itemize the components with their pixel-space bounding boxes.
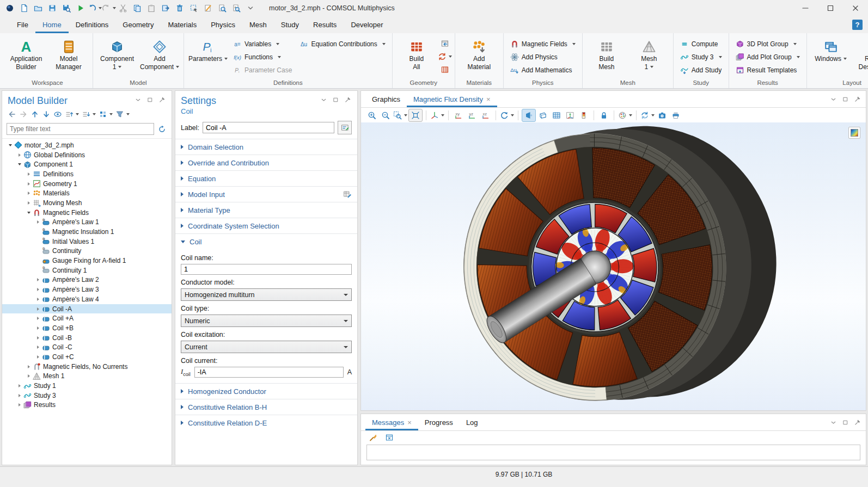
tree-item-coil--a[interactable]: Coil -A bbox=[2, 304, 172, 314]
select-coil-excitation-[interactable]: Current bbox=[181, 341, 352, 353]
messages-tab-progress[interactable]: Progress bbox=[418, 414, 460, 430]
qat-duplicate-button[interactable] bbox=[159, 2, 172, 15]
tree-item-magnetic-insulation-1[interactable]: DMagnetic Insulation 1 bbox=[2, 227, 172, 237]
settings-section-material-type[interactable]: Material Type bbox=[175, 202, 357, 218]
tree-item-results[interactable]: Results bbox=[2, 400, 172, 410]
tree-item-coil--b[interactable]: Coil -B bbox=[2, 333, 172, 343]
graphics-canvas[interactable] bbox=[361, 122, 866, 410]
color-legend-button[interactable] bbox=[577, 109, 590, 121]
view-yz-button[interactable]: yz bbox=[466, 109, 479, 121]
rename-button[interactable] bbox=[338, 121, 352, 134]
magnetic-fields-button[interactable]: Magnetic Fields bbox=[507, 38, 579, 51]
study-3-button[interactable]: Study 3 bbox=[677, 51, 725, 64]
plot-group-3d-button[interactable]: 3D Plot Group bbox=[732, 38, 803, 51]
mesh-1-dropdown-arrow[interactable] bbox=[650, 66, 653, 68]
menu-tab-physics[interactable]: Physics bbox=[204, 16, 242, 33]
menu-tab-geometry[interactable]: Geometry bbox=[115, 16, 161, 33]
windows-dropdown-arrow[interactable] bbox=[843, 58, 847, 60]
lock-button[interactable] bbox=[597, 109, 610, 121]
tree-item-global-definitions[interactable]: Global Definitions bbox=[2, 150, 172, 160]
zoom-box-dropdown-arrow[interactable] bbox=[404, 114, 407, 116]
refresh-filter-button[interactable] bbox=[157, 124, 167, 134]
tree-expand-arrow[interactable] bbox=[16, 392, 23, 399]
filter-dropdown-arrow[interactable] bbox=[126, 113, 130, 115]
panel-collapse-button[interactable] bbox=[133, 95, 142, 104]
tree-item-coil-+b[interactable]: Coil +B bbox=[2, 323, 172, 333]
tree-expand-arrow[interactable] bbox=[16, 151, 23, 158]
panel-pin-button[interactable] bbox=[343, 95, 352, 104]
axes-box-button[interactable] bbox=[564, 109, 577, 121]
panel-collapse-button[interactable] bbox=[829, 418, 838, 427]
close-button[interactable] bbox=[843, 0, 868, 16]
tree-item-continuity-1[interactable]: DContinuity 1 bbox=[2, 266, 172, 275]
functions-dropdown-arrow[interactable] bbox=[278, 56, 281, 58]
tree-collapse-arrow[interactable] bbox=[16, 161, 23, 168]
view-xz-button[interactable]: xz bbox=[479, 109, 492, 121]
graphics-tab-magnetic-flux-density[interactable]: Magnetic Flux Density× bbox=[407, 91, 497, 107]
plot-thumbnail-icon[interactable] bbox=[848, 127, 860, 139]
tree-item-amp-re-s-law-2[interactable]: Ampère's Law 2 bbox=[2, 275, 172, 285]
settings-section-override-and-contribution[interactable]: Override and Contribution bbox=[175, 155, 357, 170]
messages-tab-messages[interactable]: Messages× bbox=[365, 414, 418, 430]
tree-expand-arrow[interactable] bbox=[34, 305, 41, 312]
qat-cut-button[interactable] bbox=[117, 2, 130, 15]
tree-collapse-arrow[interactable] bbox=[7, 141, 14, 149]
tree-expand-arrow[interactable] bbox=[25, 363, 32, 370]
qat-run-button[interactable] bbox=[74, 2, 87, 15]
tree-expand-arrow[interactable] bbox=[34, 219, 41, 226]
menu-tab-developer[interactable]: Developer bbox=[344, 16, 390, 33]
qat-select-box-button[interactable] bbox=[187, 2, 200, 15]
panel-collapse-button[interactable] bbox=[319, 95, 328, 104]
qat-chevron-button[interactable] bbox=[244, 2, 257, 15]
tree-item-magnetic-fields[interactable]: Magnetic Fields bbox=[2, 208, 172, 218]
settings-section-constitutive-relation-d-e[interactable]: Constitutive Relation D-E bbox=[175, 415, 357, 430]
expand-all-button[interactable] bbox=[64, 109, 80, 120]
coil-name-input[interactable] bbox=[181, 264, 352, 275]
tree-expand-arrow[interactable] bbox=[34, 344, 41, 351]
panel-float-button[interactable] bbox=[145, 95, 154, 104]
insert-sequence-button[interactable] bbox=[438, 38, 451, 50]
component-dropdown-arrow[interactable] bbox=[118, 66, 121, 68]
collapse-all-button[interactable] bbox=[81, 109, 97, 120]
panel-float-button[interactable] bbox=[331, 95, 340, 104]
qat-new-file-button[interactable] bbox=[17, 2, 30, 15]
environment-button[interactable] bbox=[640, 109, 655, 121]
parameters-button[interactable]: PiParameters bbox=[187, 35, 229, 63]
tree-expand-arrow[interactable] bbox=[34, 324, 41, 331]
menu-tab-file[interactable]: File bbox=[10, 16, 35, 33]
tree-expand-arrow[interactable] bbox=[34, 315, 41, 322]
result-templates-button[interactable]: Result Templates bbox=[732, 64, 803, 77]
move-down-button[interactable] bbox=[41, 109, 52, 120]
qat-preview-button[interactable]: a bbox=[230, 2, 243, 15]
tree-item-mesh-1[interactable]: Mesh 1 bbox=[2, 372, 172, 381]
tree-expand-arrow[interactable] bbox=[25, 180, 32, 187]
qat-paste-button[interactable] bbox=[145, 2, 158, 15]
qat-redo-button[interactable] bbox=[102, 2, 115, 15]
variables-button[interactable]: a=Variables bbox=[230, 38, 295, 51]
nav-back-button[interactable] bbox=[7, 109, 17, 120]
component-button[interactable]: Component1 bbox=[96, 35, 138, 71]
windows-button[interactable]: Windows bbox=[810, 35, 852, 63]
move-up-button[interactable] bbox=[29, 109, 40, 120]
redo-dropdown-arrow[interactable] bbox=[113, 7, 116, 9]
qat-save-as-button[interactable] bbox=[60, 2, 73, 15]
tree-item-definitions[interactable]: Definitions bbox=[2, 169, 172, 179]
add-plot-group-button[interactable]: Add Plot Group bbox=[732, 51, 803, 64]
panel-pin-button[interactable] bbox=[853, 95, 861, 103]
filter-input[interactable] bbox=[7, 123, 154, 135]
tree-expand-arrow[interactable] bbox=[34, 286, 41, 293]
edit-model-input-icon[interactable] bbox=[343, 190, 352, 199]
tree-expand-arrow[interactable] bbox=[34, 353, 41, 360]
magnetic-fields-dropdown-arrow[interactable] bbox=[572, 43, 576, 45]
select-coil-type-[interactable]: Numeric bbox=[181, 315, 352, 327]
tree-item-coil--c[interactable]: Coil -C bbox=[2, 342, 172, 352]
tree-item-study-3[interactable]: Study 3 bbox=[2, 391, 172, 400]
tree-item-continuity[interactable]: DContinuity bbox=[2, 246, 172, 256]
tree-item-moving-mesh[interactable]: Moving Mesh bbox=[2, 198, 172, 208]
tree-expand-arrow[interactable] bbox=[34, 276, 41, 283]
expand-all-dropdown-arrow[interactable] bbox=[76, 113, 79, 115]
tree-item-coil-+c[interactable]: Coil +C bbox=[2, 352, 172, 362]
tree-expand-arrow[interactable] bbox=[25, 190, 32, 197]
label-input[interactable] bbox=[203, 122, 334, 133]
help-button[interactable]: ? bbox=[852, 20, 863, 30]
